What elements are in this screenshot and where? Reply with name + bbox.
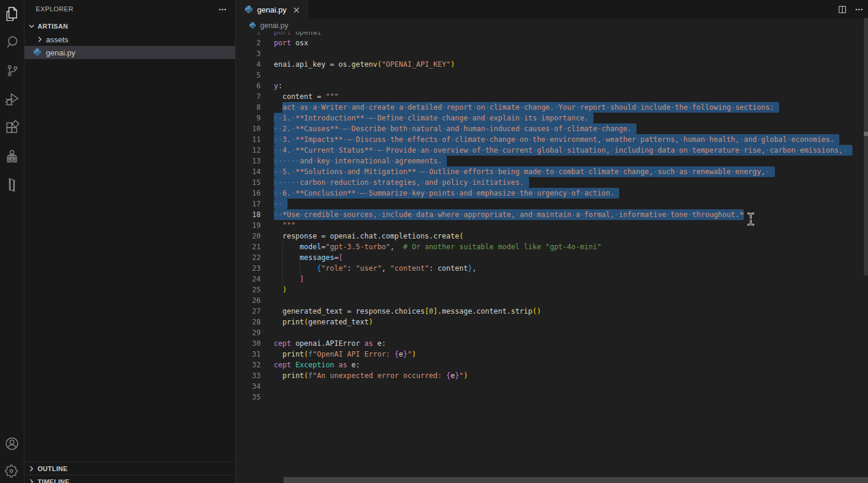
code-line-35[interactable]: 35: [236, 392, 868, 402]
line-number: 21: [236, 242, 261, 252]
code-line-23[interactable]: 23 {"role": "user", "content": content},: [236, 263, 868, 274]
activitybar-person-badge-person-badge-icon[interactable]: [0, 144, 24, 168]
code-line-15[interactable]: 15······carbon·reduction·strategies,·and…: [236, 177, 868, 188]
workspace-folder-row[interactable]: ARTISAN: [24, 20, 235, 33]
line-number: 8: [236, 102, 261, 113]
tab-genai-py[interactable]: genai.py: [236, 0, 308, 20]
code-line-9[interactable]: 9··1.·**Introduction**·–·Define·climate·…: [236, 113, 868, 123]
selection: ··6.·**Conclusion**·–·Summarize·key·poin…: [274, 188, 619, 199]
code-line-26[interactable]: 26: [236, 295, 868, 306]
code-line-17[interactable]: 17··: [236, 199, 868, 209]
code-line-31[interactable]: 31 print(f"OpenAI API Error: {e}"): [236, 349, 868, 360]
activitybar-search-search-icon[interactable]: [0, 30, 24, 54]
tab-label: genai.py: [257, 5, 286, 14]
code-line-8[interactable]: 8 act·as·a·Writer·and·create·a·detailed·…: [236, 102, 868, 113]
code-line-4[interactable]: 4enai.api_key = os.getenv("OPENAI_API_KE…: [236, 59, 868, 70]
code-line-25[interactable]: 25 ): [236, 284, 868, 295]
editor-actions: [835, 3, 866, 16]
activitybar-extensions-extensions-icon[interactable]: [0, 116, 24, 140]
activitybar-explorer-files-icon[interactable]: [0, 1, 24, 25]
chevron-right-icon: [27, 464, 36, 473]
line-text: ··: [274, 199, 288, 209]
sidebar-title: EXPLORER: [36, 5, 73, 13]
line-number: 10: [236, 123, 261, 134]
code-line-24[interactable]: 24 ]: [236, 274, 868, 284]
code-line-14[interactable]: 14··5.·**Solutions·and·Mitigation**·–·Ou…: [236, 166, 868, 177]
line-text: {"role": "user", "content": content},: [274, 263, 477, 274]
code-line-16[interactable]: 16··6.·**Conclusion**·–·Summarize·key·po…: [236, 188, 868, 199]
tree-item-assets[interactable]: assets: [24, 33, 235, 46]
code-line-21[interactable]: 21 model="gpt-3.5-turbo", # Or another s…: [236, 242, 868, 252]
code-line-28[interactable]: 28 print(generated_text): [236, 317, 868, 327]
sidebar-header: EXPLORER: [24, 0, 235, 19]
vertical-scrollbar[interactable]: [864, 18, 868, 275]
tree-item-label: assets: [46, 35, 69, 44]
code-line-33[interactable]: 33 print(f"An unexpected error occurred:…: [236, 370, 868, 381]
python-file-icon: [249, 21, 257, 29]
line-number: 27: [236, 306, 261, 317]
line-number: 30: [236, 338, 261, 349]
code-line-20[interactable]: 20 response = openai.chat.completions.cr…: [236, 231, 868, 242]
line-text: ]: [274, 274, 304, 284]
line-text: ··*Use·credible·sources,·include·data·wh…: [274, 209, 744, 220]
code-line-6[interactable]: 6y:: [236, 80, 868, 91]
activitybar-panel-extra-slanted-sheet-icon[interactable]: [0, 173, 24, 197]
line-number: 18: [236, 209, 261, 220]
line-number: 26: [236, 295, 261, 306]
section-label: OUTLINE: [38, 465, 67, 472]
activitybar-run-debug-debug-icon[interactable]: [0, 87, 24, 111]
line-number: 11: [236, 134, 261, 145]
line-number: 19: [236, 220, 261, 231]
line-number: 35: [236, 392, 261, 402]
code-line-29[interactable]: 29: [236, 327, 868, 338]
code-line-32[interactable]: 32cept Exception as e:: [236, 360, 868, 370]
explorer-more-actions-icon[interactable]: [216, 3, 229, 16]
line-text: ··6.·**Conclusion**·–·Summarize·key·poin…: [274, 188, 619, 199]
breadcrumb-file[interactable]: genai.py: [260, 21, 288, 30]
line-text: ··5.·**Solutions·and·Mitigation**·–·Outl…: [274, 166, 775, 177]
line-text: ······carbon·reduction·strategies,·and·p…: [274, 177, 529, 188]
code-line-34[interactable]: 34: [236, 381, 868, 392]
line-text: ): [274, 284, 287, 295]
line-text: content = """: [274, 91, 338, 102]
code-line-7[interactable]: 7 content = """: [236, 91, 868, 102]
line-number: 15: [236, 177, 261, 188]
editor-pane: genai.py: [236, 0, 868, 483]
activitybar-settings-gear-icon[interactable]: [0, 459, 24, 483]
selection: ··4.·**Current·Status**·–·Provide·an·ove…: [274, 145, 852, 156]
line-text: cept openai.APIError as e:: [274, 338, 386, 349]
line-number: 16: [236, 188, 261, 199]
split-editor-icon[interactable]: [835, 3, 850, 16]
selection: ··1.·**Introduction**·–·Define·climate·c…: [274, 113, 594, 123]
code-line-12[interactable]: 12··4.·**Current·Status**·–·Provide·an·o…: [236, 145, 868, 156]
python-file-icon: [244, 5, 254, 15]
activitybar-accounts-account-icon[interactable]: [0, 432, 24, 456]
code-line-13[interactable]: 13······and·key·international·agreements…: [236, 156, 868, 166]
code-line-3[interactable]: 3: [236, 48, 868, 59]
sidebar-section-timeline[interactable]: TIMELINE: [24, 475, 235, 483]
horizontal-scrollbar[interactable]: [283, 477, 868, 483]
activitybar-source-control-source-control-icon[interactable]: [0, 58, 24, 82]
tab-close-icon[interactable]: [291, 4, 302, 16]
selection: ··2.·**Causes**·–·Describe·both·natural·…: [274, 123, 637, 134]
code-line-27[interactable]: 27 generated_text = response.choices[0].…: [236, 306, 868, 317]
code-line-2[interactable]: 2port osx: [236, 38, 868, 48]
code-line-5[interactable]: 5: [236, 70, 868, 80]
code-line-1[interactable]: 1port openai: [236, 32, 868, 38]
sidebar-section-outline[interactable]: OUTLINE: [24, 462, 235, 475]
line-number: 17: [236, 199, 261, 209]
code-line-19[interactable]: 19 """: [236, 220, 868, 231]
code-editor[interactable]: 1port openai2port osx34enai.api_key = os…: [236, 32, 868, 483]
line-number: 4: [236, 59, 261, 70]
tree-item-genai-py[interactable]: genai.py: [24, 46, 235, 59]
python-file-icon: [32, 48, 42, 57]
selection: ··: [274, 199, 288, 209]
code-line-18[interactable]: 18··*Use·credible·sources,·include·data·…: [236, 209, 868, 220]
code-line-30[interactable]: 30cept openai.APIError as e:: [236, 338, 868, 349]
code-line-10[interactable]: 10··2.·**Causes**·–·Describe·both·natura…: [236, 123, 868, 134]
editor-more-actions-icon[interactable]: [852, 3, 866, 16]
line-text: act·as·a·Writer·and·create·a·detailed·re…: [274, 102, 779, 113]
line-text: enai.api_key = os.getenv("OPENAI_API_KEY…: [274, 59, 455, 70]
code-line-11[interactable]: 11··3.·**Impacts**·–·Discuss·the·effects…: [236, 134, 868, 145]
code-line-22[interactable]: 22 messages=[: [236, 252, 868, 263]
